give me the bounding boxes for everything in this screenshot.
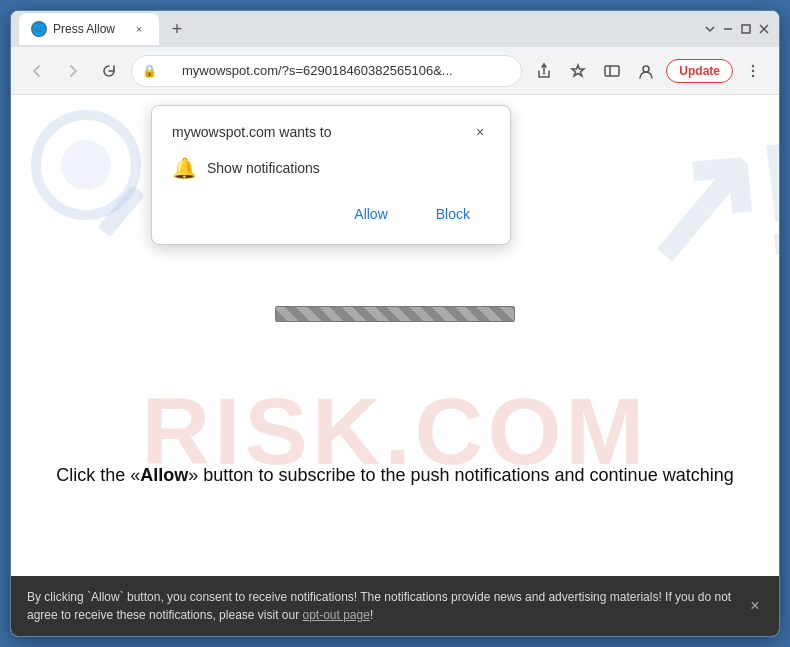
banner-close-button[interactable]: × xyxy=(743,594,767,618)
notif-body: 🔔 Show notifications xyxy=(172,156,490,180)
new-tab-button[interactable]: + xyxy=(163,15,191,43)
svg-rect-1 xyxy=(742,25,750,33)
chevron-down-icon[interactable] xyxy=(703,22,717,36)
notif-close-button[interactable]: × xyxy=(470,122,490,142)
banner-text-end: ! xyxy=(370,608,373,622)
bottom-banner: By clicking `Allow` button, you consent … xyxy=(11,576,779,636)
url-text: mywowspot.com/?s=629018460382565106&... xyxy=(182,63,453,78)
refresh-button[interactable] xyxy=(95,57,123,85)
maximize-button[interactable] xyxy=(739,22,753,36)
notif-body-text: Show notifications xyxy=(207,160,320,176)
opt-out-link[interactable]: opt-out page xyxy=(302,608,369,622)
tab-favicon xyxy=(31,21,47,37)
watermark-top: ↗! xyxy=(625,118,779,292)
svg-point-9 xyxy=(752,64,754,66)
close-button[interactable] xyxy=(757,22,771,36)
minimize-button[interactable] xyxy=(721,22,735,36)
tab-title: Press Allow xyxy=(53,22,125,36)
window-controls xyxy=(703,22,771,36)
bell-icon: 🔔 xyxy=(172,156,197,180)
notification-dialog: mywowspot.com wants to × 🔔 Show notifica… xyxy=(151,105,511,245)
tab-close-button[interactable]: × xyxy=(131,21,147,37)
progress-bar xyxy=(275,306,515,322)
toolbar-icons: Update xyxy=(530,57,767,85)
menu-icon[interactable] xyxy=(739,57,767,85)
svg-rect-6 xyxy=(605,66,619,76)
allow-button[interactable]: Allow xyxy=(334,200,407,228)
share-icon[interactable] xyxy=(530,57,558,85)
banner-text: By clicking `Allow` button, you consent … xyxy=(27,590,731,622)
content-area: ↗! RISK.COM Click the «Allow» button to … xyxy=(11,95,779,576)
notif-header: mywowspot.com wants to × xyxy=(172,122,490,142)
title-bar: Press Allow × + xyxy=(11,11,779,47)
address-bar: 🔒 mywowspot.com/?s=629018460382565106&..… xyxy=(11,47,779,95)
block-button[interactable]: Block xyxy=(416,200,490,228)
svg-point-8 xyxy=(643,66,649,72)
browser-tab[interactable]: Press Allow × xyxy=(19,13,159,45)
svg-marker-5 xyxy=(572,65,584,76)
update-button[interactable]: Update xyxy=(666,59,733,83)
svg-point-11 xyxy=(752,74,754,76)
sidebar-icon[interactable] xyxy=(598,57,626,85)
notif-actions: Allow Block xyxy=(172,200,490,228)
svg-point-10 xyxy=(752,69,754,71)
subscribe-text: Click the «Allow» button to subscribe to… xyxy=(11,465,779,486)
profile-icon[interactable] xyxy=(632,57,660,85)
url-bar[interactable]: 🔒 mywowspot.com/?s=629018460382565106&..… xyxy=(131,55,522,87)
notif-title: mywowspot.com wants to xyxy=(172,124,332,140)
back-button[interactable] xyxy=(23,57,51,85)
subscribe-text-content: Click the «Allow» button to subscribe to… xyxy=(56,465,733,485)
browser-window: Press Allow × + xyxy=(10,10,780,637)
bookmark-icon[interactable] xyxy=(564,57,592,85)
lock-icon: 🔒 xyxy=(142,64,157,78)
forward-button[interactable] xyxy=(59,57,87,85)
